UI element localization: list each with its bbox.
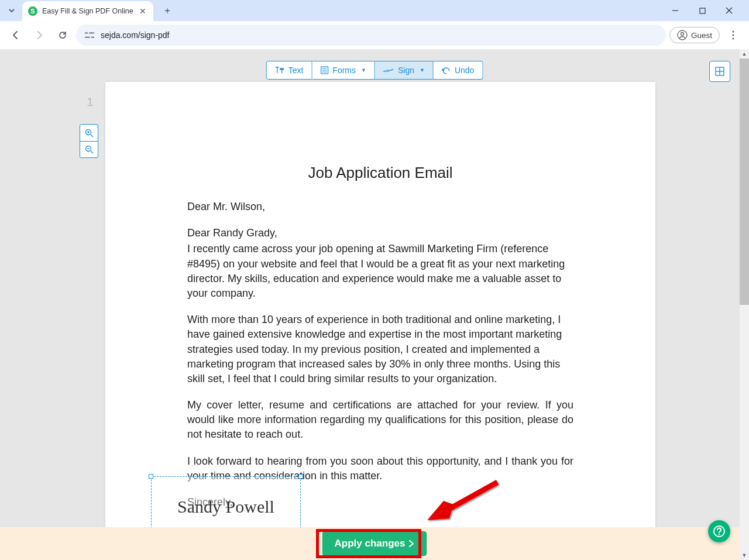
browser-tab[interactable]: S Easy Fill & Sign PDF Online ✕ xyxy=(22,1,153,21)
paragraph-1: I recently came across your job opening … xyxy=(187,242,573,301)
document-title: Job Application Email xyxy=(187,164,573,182)
tool-forms-label: Forms xyxy=(332,66,356,75)
page-number: 1 xyxy=(87,95,94,109)
reload-button[interactable] xyxy=(53,25,73,45)
paragraph-2: With more than 10 years of experience in… xyxy=(187,312,573,386)
site-settings-icon[interactable] xyxy=(84,30,95,40)
chevron-right-icon xyxy=(408,540,414,548)
tab-close-button[interactable]: ✕ xyxy=(138,6,147,16)
address-row: sejda.com/sign-pdf Guest xyxy=(0,21,749,49)
minimize-button[interactable] xyxy=(667,2,683,19)
chevron-down-icon: ▼ xyxy=(361,67,366,73)
svg-point-31 xyxy=(719,534,720,535)
window-controls xyxy=(667,2,744,19)
tool-undo-button[interactable]: Undo xyxy=(434,61,483,80)
tab-favicon-icon: S xyxy=(28,6,37,16)
zoom-in-button[interactable] xyxy=(80,125,98,141)
svg-point-11 xyxy=(732,34,734,36)
svg-rect-5 xyxy=(89,33,94,34)
scroll-track[interactable] xyxy=(740,59,749,551)
apply-changes-button[interactable]: Apply changes xyxy=(322,531,427,556)
greeting-1: Dear Mr. Wilson, xyxy=(187,200,573,214)
zoom-out-button[interactable] xyxy=(80,141,98,157)
tool-forms-button[interactable]: Forms ▼ xyxy=(312,61,375,80)
page-grid-button[interactable] xyxy=(709,61,730,82)
resize-handle-ne[interactable] xyxy=(298,474,303,479)
address-bar[interactable]: sejda.com/sign-pdf xyxy=(76,25,666,46)
svg-point-10 xyxy=(732,30,734,32)
guest-label: Guest xyxy=(691,31,712,40)
svg-rect-1 xyxy=(700,8,705,13)
svg-point-12 xyxy=(732,37,734,39)
svg-line-21 xyxy=(91,135,93,137)
tool-text-label: Text xyxy=(288,66,304,75)
svg-rect-4 xyxy=(85,33,88,34)
pdf-toolbar: Text Forms ▼ Sign ▼ Undo xyxy=(266,61,483,80)
tool-undo-label: Undo xyxy=(455,66,474,75)
browser-menu-button[interactable] xyxy=(723,25,743,45)
signature-text: Sandy Powell xyxy=(177,497,274,517)
tool-sign-button[interactable]: Sign ▼ xyxy=(375,61,434,80)
close-window-button[interactable] xyxy=(721,2,737,19)
maximize-button[interactable] xyxy=(694,2,710,19)
tab-title: Easy Fill & Sign PDF Online xyxy=(42,7,133,15)
tool-sign-label: Sign xyxy=(398,66,414,75)
chevron-down-icon: ▼ xyxy=(420,67,425,73)
scroll-thumb[interactable] xyxy=(740,59,749,305)
app-viewport: Text Forms ▼ Sign ▼ Undo 1 Job Appl xyxy=(0,49,749,560)
svg-rect-7 xyxy=(91,37,94,38)
svg-line-25 xyxy=(91,151,93,153)
svg-point-9 xyxy=(681,33,683,36)
forward-button[interactable] xyxy=(29,25,49,45)
scroll-up-button[interactable]: ▲ xyxy=(740,49,749,59)
paragraph-3: My cover letter, resume and certificatio… xyxy=(187,398,573,442)
help-button[interactable] xyxy=(708,520,730,542)
resize-handle-nw[interactable] xyxy=(149,474,153,479)
tool-text-button[interactable]: Text xyxy=(266,61,312,80)
tab-strip: S Easy Fill & Sign PDF Online ✕ ＋ xyxy=(0,0,749,21)
greeting-2: Dear Randy Grady, xyxy=(187,226,573,241)
apply-bar: Apply changes xyxy=(0,527,749,560)
vertical-scrollbar[interactable]: ▲ ▼ xyxy=(740,49,749,560)
scroll-down-button[interactable]: ▼ xyxy=(740,551,749,560)
tabs-dropdown[interactable] xyxy=(5,4,19,18)
browser-chrome: S Easy Fill & Sign PDF Online ✕ ＋ xyxy=(0,0,749,49)
back-button[interactable] xyxy=(6,25,26,45)
zoom-controls xyxy=(80,124,98,158)
svg-rect-6 xyxy=(85,37,90,38)
apply-changes-label: Apply changes xyxy=(335,538,406,549)
document-body: Dear Mr. Wilson, Dear Randy Grady, I rec… xyxy=(187,200,573,510)
new-tab-button[interactable]: ＋ xyxy=(159,2,176,19)
url-text: sejda.com/sign-pdf xyxy=(101,30,170,40)
profile-guest-button[interactable]: Guest xyxy=(669,27,720,43)
